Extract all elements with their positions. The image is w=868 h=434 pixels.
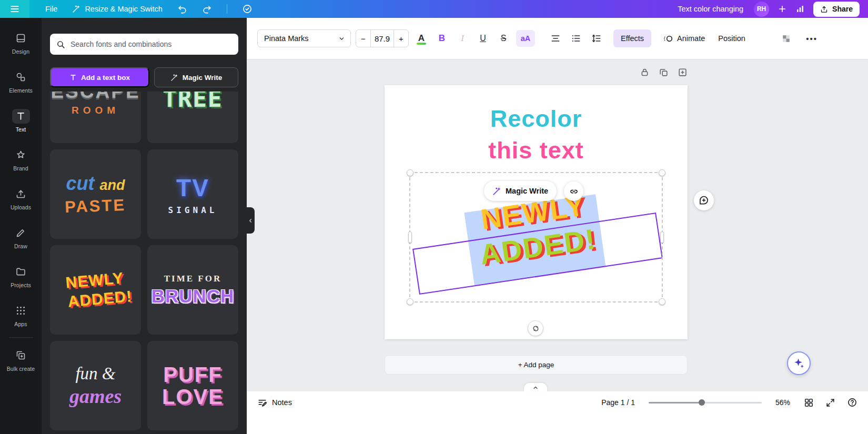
sidebar-label: Design: [12, 48, 29, 55]
sidebar-item-elements[interactable]: Elements: [0, 62, 42, 101]
strikethrough-button[interactable]: S: [496, 30, 511, 47]
lock-button[interactable]: [640, 67, 650, 77]
text-case-button[interactable]: aA: [516, 30, 535, 47]
sidebar-item-draw[interactable]: Draw: [0, 218, 42, 257]
animate-button[interactable]: Animate: [663, 34, 705, 44]
main-menu-button[interactable]: [0, 0, 29, 18]
collapse-panel-button[interactable]: [247, 207, 255, 234]
brand-icon: [12, 148, 30, 163]
text-style-tree[interactable]: TREE: [147, 92, 238, 143]
magic-wand-icon: [170, 74, 178, 82]
comment-button[interactable]: [694, 190, 714, 210]
avatar[interactable]: RH: [754, 2, 769, 17]
resize-handle-top-right[interactable]: [659, 169, 665, 176]
duplicate-page-button[interactable]: [659, 67, 669, 77]
text-icon: [12, 109, 30, 124]
text-style-puff-love[interactable]: PUFF LOVE: [147, 341, 238, 430]
canva-assistant-button[interactable]: [787, 351, 811, 375]
bold-button[interactable]: B: [434, 30, 450, 47]
text-color-button[interactable]: A: [413, 30, 429, 47]
sidebar-item-design[interactable]: Design: [0, 23, 42, 62]
magic-wand-icon: [72, 5, 80, 13]
font-family-select[interactable]: Pinata Marks: [257, 29, 351, 47]
more-options-button[interactable]: •••: [806, 34, 817, 43]
heading-text[interactable]: Recolor this text: [385, 103, 688, 166]
style-text: LOVE: [162, 386, 224, 408]
spacing-button[interactable]: [589, 30, 604, 47]
notes-button[interactable]: Notes: [257, 398, 292, 408]
zoom-slider[interactable]: [649, 399, 762, 406]
text-style-cut-and-paste[interactable]: cut and PASTE: [50, 149, 141, 239]
decrease-font-size-button[interactable]: −: [356, 30, 370, 47]
text-style-escape-room[interactable]: ESCAPE ROOM: [50, 92, 141, 143]
text-styles-scroll-area[interactable]: ESCAPE ROOM TREE cut and PASTE TV SIGNAL…: [50, 92, 238, 434]
grid-view-button[interactable]: [804, 398, 814, 408]
resize-handle-bottom-right[interactable]: [659, 298, 665, 305]
resize-handle-bottom-left[interactable]: [407, 298, 413, 305]
text-style-tv-signal[interactable]: TV SIGNAL: [147, 149, 238, 239]
format-toolbar: Pinata Marks − 87.9 + A B I U S aA Effec…: [247, 18, 868, 59]
style-text: ROOM: [72, 105, 119, 116]
add-page-icon-button[interactable]: [678, 67, 688, 77]
comment-icon: [699, 195, 709, 206]
resize-magic-switch-button[interactable]: Resize & Magic Switch: [72, 5, 162, 13]
add-member-button[interactable]: [778, 4, 787, 14]
style-text: SIGNAL: [168, 205, 218, 215]
help-button[interactable]: [847, 397, 857, 408]
heading-line-1: Recolor: [385, 103, 688, 135]
file-menu[interactable]: File: [45, 5, 57, 13]
assistant-icon: [793, 357, 805, 369]
zoom-slider-knob[interactable]: [699, 399, 705, 406]
canvas-area[interactable]: Recolor this text NEWLY ADDED! Magic Wri…: [247, 59, 868, 391]
animate-label: Animate: [677, 34, 705, 43]
chevron-up-icon: [532, 385, 539, 391]
search-input[interactable]: [70, 40, 232, 48]
effects-button[interactable]: Effects: [613, 29, 651, 47]
sidebar-item-apps[interactable]: Apps: [0, 296, 42, 335]
sidebar-label: Projects: [11, 282, 31, 288]
undo-button[interactable]: [177, 4, 187, 14]
magic-write-button[interactable]: Magic Write: [154, 67, 238, 87]
font-size-value[interactable]: 87.9: [370, 30, 394, 47]
link-button[interactable]: [564, 181, 583, 201]
draw-icon: [12, 226, 30, 240]
transparency-button[interactable]: [781, 34, 791, 44]
text-style-newly-added[interactable]: NEWLY ADDED!: [50, 245, 141, 335]
position-button[interactable]: Position: [718, 34, 745, 43]
share-button[interactable]: Share: [813, 2, 860, 17]
add-page-button[interactable]: + Add page: [385, 355, 688, 375]
text-style-fun-and-games[interactable]: fun & games: [50, 341, 141, 430]
design-page[interactable]: Recolor this text NEWLY ADDED! Magic Wri…: [385, 85, 688, 339]
add-text-box-button[interactable]: Add a text box: [50, 67, 149, 87]
sidebar-item-bulk-create[interactable]: Bulk create: [0, 340, 42, 379]
underline-button[interactable]: U: [475, 30, 491, 47]
zoom-level[interactable]: 56%: [775, 398, 790, 407]
bulk-create-icon: [12, 348, 30, 363]
document-title[interactable]: Text color changing: [678, 5, 743, 13]
redo-button[interactable]: [202, 4, 212, 14]
fullscreen-button[interactable]: [825, 398, 835, 408]
sidebar-divider: [9, 337, 33, 338]
insights-button[interactable]: [795, 4, 805, 14]
rotate-handle[interactable]: [528, 320, 543, 336]
sync-status-button[interactable]: [242, 4, 253, 14]
sidebar-item-projects[interactable]: Projects: [0, 257, 42, 296]
text-style-time-for-brunch[interactable]: TIME FOR BRUNCH: [147, 245, 238, 335]
magic-write-floating-button[interactable]: Magic Write: [484, 181, 557, 201]
font-search[interactable]: [50, 34, 238, 55]
sidebar-item-text[interactable]: Text: [0, 101, 42, 140]
sidebar-item-brand[interactable]: Brand: [0, 140, 42, 179]
magic-wand-icon: [492, 187, 501, 196]
increase-font-size-button[interactable]: +: [394, 30, 408, 47]
expand-bottom-panel-button[interactable]: [524, 383, 547, 392]
magic-write-label: Magic Write: [506, 187, 548, 195]
resize-handle-top-left[interactable]: [407, 169, 413, 176]
italic-button[interactable]: I: [455, 30, 470, 47]
resize-handle-left[interactable]: [408, 231, 412, 243]
sidebar-item-uploads[interactable]: Uploads: [0, 179, 42, 218]
list-button[interactable]: [568, 30, 584, 47]
resize-handle-right[interactable]: [660, 231, 664, 243]
elements-icon: [12, 70, 30, 85]
style-text: and: [99, 177, 125, 194]
alignment-button[interactable]: [548, 30, 563, 47]
